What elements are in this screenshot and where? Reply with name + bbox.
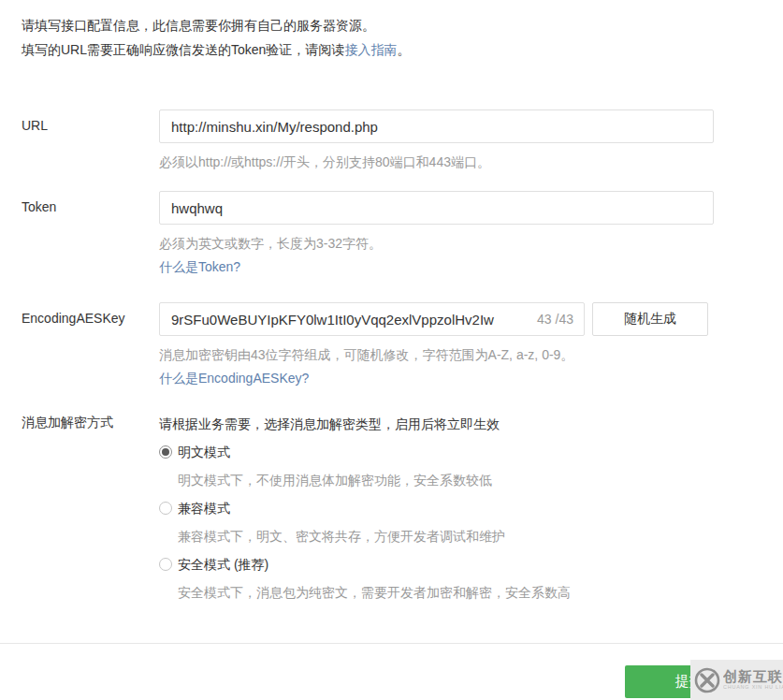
mode-label-plaintext[interactable]: 明文模式 bbox=[178, 443, 230, 461]
wechat-server-config-page: 请填写接口配置信息，此信息需要你拥有自己的服务器资源。 填写的URL需要正确响应… bbox=[0, 0, 783, 700]
intro-line2: 填写的URL需要正确响应微信发送的Token验证，请阅读接入指南。 bbox=[22, 37, 783, 62]
mode-desc-secure: 安全模式下，消息包为纯密文，需要开发者加密和解密，安全系数高 bbox=[178, 583, 783, 602]
encrypt-mode-option-secure[interactable]: 安全模式 (推荐) bbox=[159, 555, 783, 574]
intro-line2-period: 。 bbox=[397, 42, 410, 57]
random-generate-button[interactable]: 随机生成 bbox=[592, 302, 708, 336]
what-is-aeskey-link[interactable]: 什么是EncodingAESKey? bbox=[159, 369, 309, 387]
intro-line2-text: 填写的URL需要正确响应微信发送的Token验证，请阅读 bbox=[22, 42, 344, 57]
token-label: Token bbox=[22, 191, 159, 276]
encrypt-mode-option-compat[interactable]: 兼容模式 bbox=[159, 499, 783, 518]
url-hint: 必须以http://或https://开头，分别支持80端口和443端口。 bbox=[159, 153, 783, 171]
mode-desc-compat: 兼容模式下，明文、密文将共存，方便开发者调试和维护 bbox=[178, 527, 783, 546]
aeskey-row: EncodingAESKey 43 /43 随机生成 消息加密密钥由43位字符组… bbox=[22, 302, 783, 387]
watermark: 创新互联 CHUANG XIN HU LIAN bbox=[690, 660, 783, 700]
watermark-text: 创新互联 CHUANG XIN HU LIAN bbox=[723, 669, 783, 691]
intro-line1-text: 请填写接口配置信息，此信息需要你拥有自己的服务器资源。 bbox=[22, 18, 375, 33]
footer-divider bbox=[0, 643, 783, 644]
encrypt-mode-option-plaintext[interactable]: 明文模式 bbox=[159, 443, 783, 461]
intro-line1: 请填写接口配置信息，此信息需要你拥有自己的服务器资源。 bbox=[22, 13, 783, 37]
url-input[interactable] bbox=[159, 109, 714, 143]
url-row: URL 必须以http://或https://开头，分别支持80端口和443端口… bbox=[22, 109, 783, 171]
url-label: URL bbox=[22, 109, 159, 171]
footer-bar: 提交 bbox=[0, 665, 783, 698]
access-guide-link[interactable]: 接入指南 bbox=[344, 42, 397, 57]
encrypt-mode-label: 消息加解密方式 bbox=[22, 415, 159, 602]
encrypt-mode-row: 消息加解密方式 请根据业务需要，选择消息加解密类型，启用后将立即生效 明文模式 … bbox=[22, 415, 783, 602]
token-hint: 必须为英文或数字，长度为3-32字符。 bbox=[159, 234, 783, 253]
watermark-brand-subtitle: CHUANG XIN HU LIAN bbox=[723, 684, 770, 689]
aeskey-input[interactable] bbox=[159, 302, 585, 336]
watermark-x-logo-icon bbox=[693, 666, 721, 694]
mode-desc-plaintext: 明文模式下，不使用消息体加解密功能，安全系数较低 bbox=[178, 471, 783, 489]
watermark-brand-name: 创新互联 bbox=[723, 669, 783, 684]
radio-secure-mode[interactable] bbox=[159, 558, 172, 571]
mode-label-secure[interactable]: 安全模式 (推荐) bbox=[178, 555, 268, 574]
radio-compat-mode[interactable] bbox=[159, 502, 172, 515]
mode-label-compat[interactable]: 兼容模式 bbox=[178, 499, 230, 518]
intro-text: 请填写接口配置信息，此信息需要你拥有自己的服务器资源。 填写的URL需要正确响应… bbox=[0, 0, 783, 62]
aeskey-field: 43 /43 bbox=[159, 302, 585, 336]
token-input[interactable] bbox=[159, 191, 714, 225]
radio-plaintext-mode[interactable] bbox=[159, 445, 172, 459]
what-is-token-link[interactable]: 什么是Token? bbox=[159, 257, 240, 276]
aeskey-label: EncodingAESKey bbox=[22, 302, 159, 387]
aeskey-hint: 消息加密密钥由43位字符组成，可随机修改，字符范围为A-Z, a-z, 0-9。 bbox=[159, 345, 783, 364]
encrypt-mode-intro: 请根据业务需要，选择消息加解密类型，启用后将立即生效 bbox=[159, 415, 783, 433]
radio-dot bbox=[162, 448, 169, 456]
token-row: Token 必须为英文或数字，长度为3-32字符。 什么是Token? bbox=[22, 191, 783, 276]
